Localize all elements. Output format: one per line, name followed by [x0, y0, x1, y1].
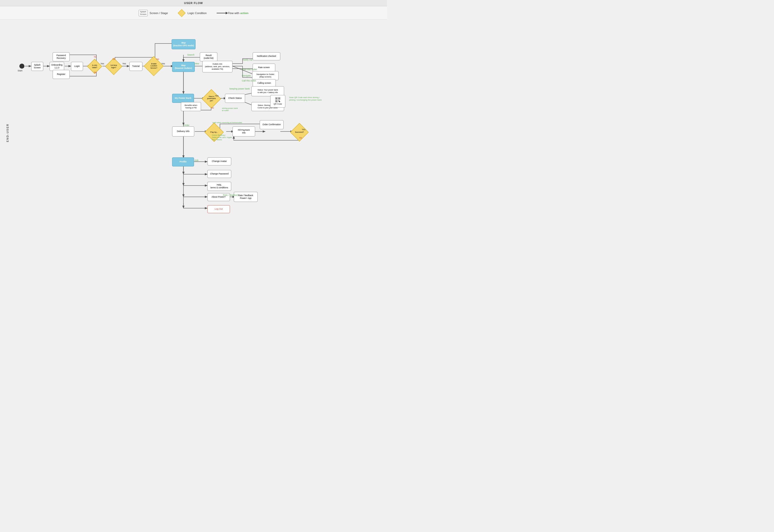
- svg-rect-10: [278, 101, 279, 102]
- map-inactive-box: Map (inactive GPS mode): [171, 39, 196, 49]
- order-confirmation-box: Order Confirmation: [260, 120, 284, 129]
- svg-rect-7: [276, 101, 277, 102]
- fill-payment-box: Fill Payment Info: [233, 126, 255, 137]
- line-mapnearest-result: [183, 57, 202, 62]
- page-wrapper: USER FLOW Splash Screen Screen / Stage L…: [0, 0, 387, 266]
- legend-logic: Logic Condition: [178, 9, 207, 17]
- onboarding-box: Onboarding 1,2,3: [50, 62, 64, 71]
- legend-screen-label: Screen / Stage: [150, 12, 168, 15]
- legend-screen: Splash Screen Screen / Stage: [139, 10, 168, 16]
- benefits-box: Benefits when having a P.B: [181, 102, 201, 111]
- start-circle: [19, 64, 24, 69]
- label-view: View: [194, 62, 199, 65]
- label-online-banking: Online Banking / Debit,credit card / App…: [212, 134, 235, 141]
- page-header: USER FLOW: [0, 0, 387, 6]
- label-notify-me: Notify me: [243, 59, 252, 61]
- legend-action-label: action: [240, 12, 248, 15]
- have-powerbank-diamond: Have a powerbank yet?: [203, 92, 220, 106]
- profile-box: Profile: [172, 157, 194, 166]
- legend-screen-icon: Splash Screen: [139, 10, 148, 16]
- outlets-info-box: Outlets Info (address, rank, pics, servi…: [202, 61, 233, 72]
- label-call-outlet: Call this outlet: [242, 79, 256, 82]
- my-power-bank-box: My Power Bank: [172, 94, 194, 103]
- label-no-register: No: [94, 71, 97, 74]
- label-rate-feedback: Rate / feedback: [223, 194, 239, 196]
- label-yes-firsttime: Yes: [100, 62, 104, 65]
- splash-screen-box: Splash Screen: [31, 62, 43, 71]
- svg-rect-9: [279, 100, 280, 101]
- password-recovery-box: Password Recovery: [53, 52, 70, 61]
- label-no-passrecovery: No: [94, 56, 97, 58]
- svg-rect-11: [279, 101, 280, 102]
- label-order: Order: [184, 124, 189, 126]
- label-no-enable: No: [156, 58, 159, 60]
- end-user-label: END-USER: [6, 108, 9, 158]
- legend-arrow-icon: [217, 13, 227, 13]
- qr-code-box: QR Code: [270, 95, 285, 108]
- svg-rect-3: [276, 98, 277, 99]
- label-cash: cash when receiving at home/outlet: [213, 121, 242, 124]
- login-box: Login: [71, 62, 83, 71]
- legend-diamond-wrapper: [178, 9, 185, 17]
- delivery-info-box: Delivery Info: [172, 126, 194, 137]
- navigation-outlet-box: Navigation to Outlet (Map screen): [252, 71, 279, 80]
- start-label: Start: [18, 69, 22, 72]
- scan-qr-label: Scan QR Code each time storing / picking…: [289, 96, 322, 102]
- tutorial-box: Tutorial: [129, 62, 142, 71]
- label-yes-enable: Yes: [161, 62, 165, 65]
- label-navigate: Navigate: [242, 74, 251, 77]
- label-no-firsttime: No: [112, 58, 115, 60]
- enable-location-diamond: Enable Location Service?: [145, 59, 162, 74]
- first-time-diamond: 1st time login?: [105, 60, 122, 73]
- change-password-box: Change Password: [207, 170, 231, 178]
- legend-logic-label: Logic Condition: [187, 12, 207, 15]
- legend-flow: Flow with action: [217, 12, 248, 15]
- map-nearest-box: Map (Nearest Outlets): [172, 62, 195, 72]
- register-box: Register: [53, 70, 70, 79]
- label-no-powerbank: No: [211, 107, 214, 109]
- page-title: USER FLOW: [184, 2, 203, 5]
- flow-canvas: END-USER Start Splash Screen Onboarding …: [6, 20, 381, 261]
- legend-bar: Splash Screen Screen / Stage Logic Condi…: [0, 6, 387, 20]
- legend-diamond-icon: [178, 9, 186, 17]
- qr-icon: [275, 97, 280, 102]
- label-edit: Edit: [195, 159, 199, 162]
- svg-rect-8: [278, 100, 279, 101]
- result-outlet-box: Result (outlet list): [200, 52, 218, 61]
- svg-rect-5: [279, 98, 280, 99]
- rate-feedback-box: Rate / feedback Power+ App: [234, 192, 258, 202]
- legend-flow-label: Flow with: [228, 12, 239, 15]
- label-rate-outlet: Rate this outlet: [242, 68, 257, 71]
- line-succeed-no: [234, 136, 299, 140]
- change-avatar-box: Change Avatar: [207, 157, 231, 165]
- legend-screen-line2: Screen: [140, 13, 146, 16]
- legend-screen-line1: Splash: [140, 11, 146, 13]
- label-yes-tutorial: Yes: [122, 62, 126, 65]
- label-yes-powerbank: Yes: [215, 95, 219, 97]
- check-status-box: Check Status: [225, 94, 245, 103]
- help-terms-box: Help, terms & conditions: [207, 182, 231, 191]
- label-yes-succeed: Yes: [302, 128, 306, 131]
- notification-checked-box: Notification checked: [253, 52, 280, 60]
- label-no-succeed: No: [299, 137, 302, 139]
- label-search: Search: [187, 54, 195, 56]
- label-storing: storing power bank at outlet: [222, 107, 238, 112]
- label-keeping: keeping power bank: [230, 87, 250, 90]
- status-keeping-box: Status: Your power bank is with you + ba…: [251, 86, 284, 96]
- logout-box: Log Out: [207, 205, 230, 213]
